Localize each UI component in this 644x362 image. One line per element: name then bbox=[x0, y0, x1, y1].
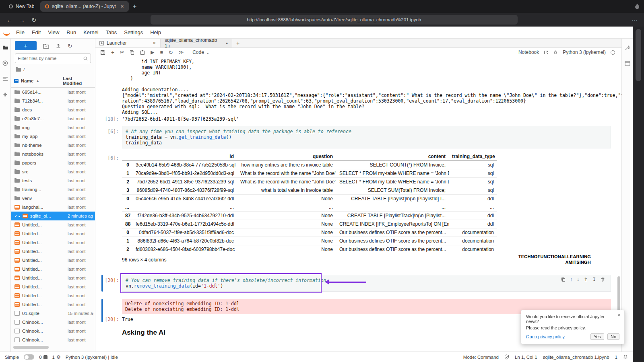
file-item[interactable]: srclast mont bbox=[11, 167, 95, 176]
no-button[interactable]: No bbox=[607, 333, 619, 340]
file-item[interactable]: Untitled...last mont bbox=[11, 291, 95, 300]
menu-kernel[interactable]: Kernel bbox=[80, 29, 102, 35]
file-item[interactable]: paperslast mont bbox=[11, 158, 95, 167]
file-item[interactable]: venvlast mont bbox=[11, 194, 95, 203]
browser-scrollbar[interactable] bbox=[633, 27, 644, 362]
file-item[interactable]: my-applast mont bbox=[11, 132, 95, 141]
notebook-scrollbar-thumb[interactable] bbox=[617, 276, 620, 313]
file-item[interactable]: docslast mont bbox=[11, 105, 95, 114]
file-item[interactable]: imglast mont bbox=[11, 123, 95, 132]
file-item[interactable]: testslast mont bbox=[11, 176, 95, 185]
browser-tab-newtab[interactable]: New Tab bbox=[4, 1, 40, 12]
file-item[interactable]: Untitled...last mont bbox=[11, 274, 95, 282]
insert-cell-below-icon[interactable]: ↧ bbox=[592, 277, 596, 282]
file-item[interactable]: Untitled...last mont bbox=[11, 265, 95, 274]
new-tab-button[interactable]: + bbox=[133, 3, 136, 10]
simple-mode-toggle[interactable] bbox=[24, 354, 34, 360]
url-bar[interactable]: http://localhost:8888/lab/workspaces/aut… bbox=[151, 15, 518, 25]
forward-icon[interactable]: → bbox=[19, 17, 25, 23]
code-cell-6[interactable]: [6]: # At any time you can inspect what … bbox=[95, 126, 621, 148]
move-cell-down-icon[interactable]: ↓ bbox=[577, 277, 579, 282]
close-tab-icon[interactable]: ✕ bbox=[120, 4, 124, 9]
back-icon[interactable]: ← bbox=[6, 17, 12, 23]
file-item[interactable]: Untitled...last mont bbox=[11, 256, 95, 265]
menu-view[interactable]: View bbox=[44, 29, 63, 35]
running-kernels-icon[interactable] bbox=[2, 60, 8, 66]
browser-tab-jupyter[interactable]: sqlite_ollam... (auto-Z) - Jupyt ✕ bbox=[40, 1, 129, 12]
file-item[interactable]: Chinook...last mont bbox=[11, 327, 95, 335]
file-item[interactable]: ✓●sqlite_ol...2 minutes ag bbox=[11, 212, 95, 220]
file-browser-tab-icon[interactable] bbox=[2, 45, 8, 50]
code-editor[interactable]: # You can remove training data if there'… bbox=[122, 275, 611, 292]
menu-tabs[interactable]: Tabs bbox=[102, 29, 120, 35]
filter-files-field[interactable] bbox=[18, 56, 83, 61]
new-launcher-button[interactable]: + bbox=[15, 41, 37, 50]
file-item[interactable]: 695d14...last mont bbox=[11, 88, 95, 97]
restart-run-all-icon[interactable]: ≫ bbox=[179, 50, 184, 55]
save-icon[interactable] bbox=[100, 50, 105, 55]
file-browser-hscrollbar[interactable] bbox=[12, 345, 94, 350]
file-item[interactable]: training...last mont bbox=[11, 185, 95, 194]
overflow-menu-icon[interactable]: ⋯ bbox=[632, 17, 638, 23]
menu-file[interactable]: File bbox=[12, 29, 28, 35]
table-of-contents-icon[interactable] bbox=[2, 76, 8, 81]
cell-type-dropdown[interactable]: Code ⌄ bbox=[192, 49, 209, 55]
tab-launcher[interactable]: Launcher ✕ bbox=[95, 39, 161, 47]
kernels-count[interactable]: 1 ⚙ bbox=[52, 354, 61, 360]
kernel-name-label[interactable]: Python 3 (ipykernel) bbox=[563, 49, 606, 55]
yes-button[interactable]: Yes bbox=[590, 333, 604, 340]
copy-icon[interactable] bbox=[130, 50, 134, 55]
code-cell-20[interactable]: [20]: # You can remove training data if … bbox=[95, 275, 621, 292]
menu-run[interactable]: Run bbox=[63, 29, 80, 35]
kernel-status-icon[interactable] bbox=[611, 50, 615, 55]
property-inspector-icon[interactable] bbox=[625, 45, 630, 51]
file-item[interactable]: Untitled...last mont bbox=[11, 282, 95, 291]
filename-label[interactable]: sqlite_ollama_chromadb 1.ipynb bbox=[543, 355, 609, 360]
select-all-checkbox[interactable] bbox=[14, 79, 19, 83]
file-item[interactable]: 712b34f...last mont bbox=[11, 97, 95, 105]
menu-settings[interactable]: Settings bbox=[120, 29, 147, 35]
privacy-policy-link[interactable]: Open privacy policy bbox=[526, 334, 565, 339]
cursor-position-label[interactable]: Ln 1, Col 1 bbox=[515, 355, 537, 360]
kernel-status-label[interactable]: Python 3 (ipykernel) | Idle bbox=[66, 355, 118, 360]
debugger-icon[interactable] bbox=[553, 50, 558, 55]
delete-cell-icon[interactable] bbox=[601, 277, 605, 282]
scrollbar-thumb[interactable] bbox=[13, 346, 49, 349]
code-editor[interactable]: # At any time you can inspect what train… bbox=[122, 126, 611, 148]
duplicate-cell-icon[interactable] bbox=[561, 277, 566, 282]
file-item[interactable]: Chinook...last mont bbox=[11, 335, 95, 344]
close-icon[interactable]: ✕ bbox=[153, 41, 156, 46]
file-item[interactable]: Untitled...last mont bbox=[11, 220, 95, 229]
external-link-icon[interactable] bbox=[544, 50, 548, 55]
file-item[interactable]: Chinook...last mont bbox=[11, 318, 95, 327]
file-item[interactable]: Untitled...last mont bbox=[11, 229, 95, 238]
move-cell-up-icon[interactable]: ↑ bbox=[570, 277, 572, 282]
terminals-count[interactable]: 0 bbox=[39, 355, 47, 360]
extensions-icon[interactable] bbox=[2, 92, 8, 97]
run-icon[interactable]: ▶ bbox=[151, 50, 154, 55]
new-folder-icon[interactable] bbox=[43, 43, 49, 49]
insert-cell-above-icon[interactable]: ↥ bbox=[584, 277, 588, 282]
insert-cell-icon[interactable]: + bbox=[111, 49, 114, 55]
file-item[interactable]: Untitled...last mont bbox=[11, 247, 95, 256]
filter-files-input[interactable] bbox=[15, 53, 91, 63]
file-item[interactable]: 01.sqlite15 minutes ag bbox=[11, 309, 95, 318]
tab-notebook[interactable]: sqlite_ollama_chromadb 1.i ● bbox=[161, 39, 232, 47]
close-toast-icon[interactable]: ✕ bbox=[617, 313, 621, 318]
cut-icon[interactable]: ✂ bbox=[120, 50, 124, 55]
file-item[interactable]: Untitled...last mont bbox=[11, 300, 95, 309]
menu-help[interactable]: Help bbox=[147, 29, 165, 35]
debugger-panel-icon[interactable] bbox=[625, 61, 630, 66]
browser-logo-icon[interactable] bbox=[634, 3, 640, 10]
file-item[interactable]: notebookslast mont bbox=[11, 150, 95, 158]
notebook-tools-label[interactable]: Notebook bbox=[518, 49, 539, 55]
bell-icon[interactable] bbox=[623, 354, 628, 360]
breadcrumb[interactable]: / bbox=[11, 65, 95, 74]
stop-icon[interactable]: ■ bbox=[160, 50, 163, 55]
notification-count[interactable]: 1 bbox=[615, 355, 617, 360]
file-item[interactable]: langchai...last mont bbox=[11, 203, 95, 212]
file-item[interactable]: nb-themelast mont bbox=[11, 141, 95, 150]
restart-kernel-icon[interactable]: ↻ bbox=[169, 50, 173, 55]
file-item[interactable]: Untitled...last mont bbox=[11, 238, 95, 247]
column-last-modified[interactable]: Last Modified bbox=[63, 76, 92, 86]
